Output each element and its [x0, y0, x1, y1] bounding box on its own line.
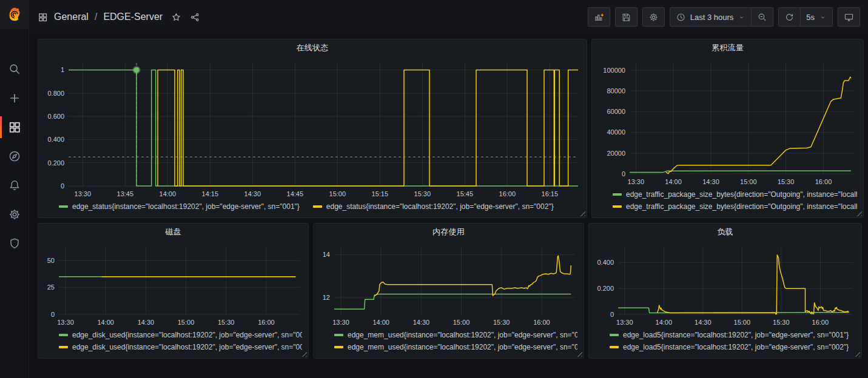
refresh-button[interactable] — [778, 7, 801, 27]
sidebar — [0, 0, 29, 378]
legend-label: edge_mem_used{instance="localhost:19202"… — [348, 343, 577, 351]
add-panel-icon — [594, 12, 604, 22]
grafana-logo[interactable] — [0, 0, 29, 29]
sidebar-item-dashboards[interactable] — [0, 113, 29, 142]
legend: edge_traffic_package_size_bytes{directio… — [592, 187, 863, 217]
dashboard-grid: 在线状态 13:3013:4514:0014:1514:3014:4515:00… — [29, 34, 868, 378]
breadcrumb-separator: / — [95, 12, 97, 22]
panel-title[interactable]: 内存使用 — [314, 224, 584, 240]
chart-online-status[interactable]: 13:3013:4514:0014:1514:3014:4515:0015:15… — [38, 56, 587, 199]
dashboard-settings-button[interactable] — [642, 7, 665, 27]
clock-icon — [676, 12, 686, 22]
chart-traffic-total[interactable]: 13:3014:0014:3015:0015:3016:000200004000… — [592, 56, 863, 187]
chevron-down-icon — [819, 13, 827, 21]
svg-text:14:15: 14:15 — [202, 190, 219, 197]
legend-item[interactable]: edge_traffic_package_size_bytes{directio… — [613, 201, 857, 213]
navbar: General / EDGE-Server — [29, 0, 868, 34]
svg-text:15:30: 15:30 — [414, 190, 431, 197]
star-dashboard-button[interactable] — [171, 12, 181, 22]
sidebar-item-explore[interactable] — [0, 142, 29, 171]
svg-text:13:30: 13:30 — [75, 190, 92, 197]
plus-icon — [8, 91, 21, 105]
server-admin-shield-icon — [8, 237, 21, 250]
legend-item[interactable]: edge_status{instance="localhost:19202", … — [59, 201, 300, 213]
sidebar-menu — [0, 55, 29, 258]
svg-text:1: 1 — [61, 66, 64, 73]
svg-text:16:00: 16:00 — [812, 319, 829, 326]
svg-text:0: 0 — [610, 311, 614, 318]
add-panel-button[interactable] — [588, 7, 610, 27]
time-range-picker[interactable]: Last 3 hours — [670, 7, 752, 27]
legend-label: edge_disk_used{instance="localhost:19202… — [72, 331, 302, 339]
panel-title[interactable]: 累积流量 — [592, 39, 863, 56]
breadcrumb-title[interactable]: EDGE-Server — [103, 12, 163, 22]
chart-disk[interactable]: 13:3014:0014:3015:0015:3016:0002550 — [38, 240, 308, 328]
sidebar-item-alerting[interactable] — [0, 171, 29, 200]
sidebar-item-search[interactable] — [0, 55, 29, 84]
grafana-logo-icon — [7, 7, 22, 22]
legend-swatch — [610, 334, 619, 336]
legend-label: edge_status{instance="localhost:19202", … — [72, 202, 300, 211]
grafana-app: General / EDGE-Server — [0, 0, 868, 378]
chart-memory[interactable]: 13:3014:0014:3015:0015:3016:001214 — [314, 240, 584, 328]
svg-text:13:30: 13:30 — [616, 319, 633, 326]
legend-swatch — [59, 205, 68, 208]
legend-swatch — [59, 346, 68, 348]
svg-text:0.200: 0.200 — [47, 159, 64, 167]
legend-item[interactable]: edge_mem_used{instance="localhost:19202"… — [334, 341, 577, 353]
svg-text:15:15: 15:15 — [372, 190, 389, 197]
svg-text:0: 0 — [622, 170, 625, 177]
svg-text:15:30: 15:30 — [778, 178, 795, 185]
panel-title[interactable]: 负载 — [589, 224, 861, 240]
breadcrumb-section[interactable]: General — [54, 12, 89, 22]
refresh-interval-picker[interactable]: 5s — [801, 7, 833, 27]
cycle-view-mode-button[interactable] — [838, 7, 860, 27]
panel-load: 负载 13:3014:0014:3015:0015:3016:0000.2000… — [588, 223, 862, 359]
legend-item[interactable]: edge_mem_used{instance="localhost:19202"… — [334, 329, 577, 341]
legend-label: edge_load5{instance="localhost:19202", j… — [623, 343, 849, 351]
legend-item[interactable]: edge_status{instance="localhost:19202", … — [313, 201, 554, 213]
settings-gear-icon — [648, 12, 659, 22]
svg-text:14:30: 14:30 — [702, 178, 719, 185]
svg-text:14:00: 14:00 — [656, 319, 673, 326]
svg-text:0.800: 0.800 — [47, 90, 64, 97]
svg-text:15:00: 15:00 — [329, 190, 346, 197]
monitor-icon — [844, 12, 854, 22]
legend-item[interactable]: edge_disk_used{instance="localhost:19202… — [59, 329, 302, 341]
svg-text:50: 50 — [47, 257, 55, 264]
panel-memory: 内存使用 13:3014:0014:3015:0015:3016:001214 … — [313, 223, 584, 359]
svg-text:14:30: 14:30 — [244, 190, 261, 197]
save-dashboard-button[interactable] — [615, 7, 638, 27]
panel-title[interactable]: 在线状态 — [38, 39, 587, 56]
svg-text:60000: 60000 — [607, 108, 625, 115]
sidebar-item-server-admin[interactable] — [0, 229, 29, 258]
sidebar-item-configuration[interactable] — [0, 200, 29, 229]
legend-swatch — [613, 205, 622, 208]
svg-text:15:30: 15:30 — [773, 319, 790, 326]
svg-text:100000: 100000 — [603, 67, 625, 74]
time-range-label: Last 3 hours — [690, 13, 734, 22]
dashboard-toolbar: Last 3 hours 5s — [588, 7, 860, 27]
legend: edge_mem_used{instance="localhost:19202"… — [314, 328, 584, 358]
legend-item[interactable]: edge_disk_used{instance="localhost:19202… — [59, 341, 302, 353]
svg-text:0.400: 0.400 — [597, 259, 614, 266]
legend-label: edge_status{instance="localhost:19202", … — [326, 202, 554, 211]
panel-title[interactable]: 磁盘 — [38, 224, 308, 240]
legend-swatch — [313, 205, 322, 208]
svg-text:14:00: 14:00 — [665, 178, 682, 185]
svg-text:16:00: 16:00 — [499, 190, 516, 197]
legend-item[interactable]: edge_load5{instance="localhost:19202", j… — [610, 341, 855, 353]
sidebar-item-create[interactable] — [0, 84, 29, 113]
legend: edge_disk_used{instance="localhost:19202… — [38, 328, 308, 358]
svg-text:14: 14 — [323, 251, 330, 258]
zoom-out-button[interactable] — [752, 7, 773, 27]
legend-item[interactable]: edge_traffic_package_size_bytes{directio… — [613, 188, 857, 201]
chart-load[interactable]: 13:3014:0014:3015:0015:3016:0000.2000.40… — [589, 240, 861, 328]
save-icon — [621, 12, 631, 22]
legend-item[interactable]: edge_load5{instance="localhost:19202", j… — [610, 329, 855, 341]
refresh-icon — [784, 12, 795, 22]
share-dashboard-button[interactable] — [190, 12, 200, 22]
breadcrumb: General / EDGE-Server — [38, 12, 200, 22]
time-controls: Last 3 hours — [670, 7, 774, 27]
svg-text:12: 12 — [323, 294, 330, 301]
